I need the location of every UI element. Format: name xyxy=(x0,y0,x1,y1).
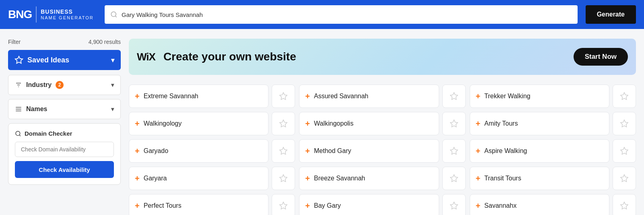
plus-icon: + xyxy=(305,119,310,128)
svg-marker-21 xyxy=(621,93,628,99)
check-availability-button[interactable]: Check Availability xyxy=(15,161,114,178)
filter-header: Filter 4,900 results xyxy=(8,39,121,45)
result-item: +Garyara xyxy=(129,167,295,190)
save-star-button[interactable] xyxy=(613,85,636,108)
results-column-1: +Assured Savannah+Walkingopolis+Method G… xyxy=(299,85,465,215)
plus-icon: + xyxy=(135,147,140,156)
result-item: +Trekker Walking xyxy=(470,85,636,108)
star-outline-icon xyxy=(450,174,458,183)
star-outline-icon xyxy=(450,119,458,128)
star-outline-icon xyxy=(279,92,288,101)
industry-filter[interactable]: Industry 2 ▾ xyxy=(8,75,121,95)
star-outline-icon xyxy=(620,119,629,128)
result-item: +Breeze Savannah xyxy=(299,167,465,190)
name-card[interactable]: +Trekker Walking xyxy=(470,85,609,108)
result-item: +Perfect Tours xyxy=(129,194,295,215)
plus-icon: + xyxy=(135,201,140,211)
business-name: Amity Tours xyxy=(484,120,603,127)
name-card[interactable]: +Transit Tours xyxy=(470,167,609,190)
result-item: +Method Gary xyxy=(299,139,465,163)
business-name: Transit Tours xyxy=(484,175,603,182)
plus-icon: + xyxy=(476,201,481,211)
search-input[interactable] xyxy=(122,11,572,18)
result-item: +Extreme Savannah xyxy=(129,85,295,108)
name-card[interactable]: +Breeze Savannah xyxy=(299,167,439,190)
business-name: Breeze Savannah xyxy=(314,175,433,182)
main-layout: Filter 4,900 results Saved Ideas ▾ Indus… xyxy=(0,29,644,215)
star-outline-icon xyxy=(620,147,629,155)
name-card[interactable]: +Garyado xyxy=(129,139,268,163)
domain-input[interactable] xyxy=(15,142,114,157)
logo-line1: BUSINESS xyxy=(41,9,94,15)
name-card[interactable]: +Bay Gary xyxy=(299,194,439,215)
result-item: +Transit Tours xyxy=(470,167,636,190)
plus-icon: + xyxy=(135,174,140,183)
save-star-button[interactable] xyxy=(613,112,636,135)
star-outline-icon xyxy=(450,92,458,101)
save-star-button[interactable] xyxy=(442,139,466,163)
star-outline-icon xyxy=(620,201,629,210)
save-star-button[interactable] xyxy=(442,85,466,108)
star-icon xyxy=(14,56,23,64)
saved-ideas-label: Saved Ideas xyxy=(27,56,69,64)
name-card[interactable]: +Assured Savannah xyxy=(299,85,439,108)
logo-bng: BNG xyxy=(8,8,32,21)
svg-marker-11 xyxy=(280,93,287,99)
names-filter[interactable]: Names ▾ xyxy=(8,99,121,119)
save-star-button[interactable] xyxy=(442,194,466,215)
plus-icon: + xyxy=(476,119,481,128)
save-star-button[interactable] xyxy=(272,85,295,108)
save-star-button[interactable] xyxy=(442,112,466,135)
save-star-button[interactable] xyxy=(272,139,295,163)
name-card[interactable]: +Aspire Walking xyxy=(470,139,609,163)
save-star-button[interactable] xyxy=(272,194,295,215)
wix-logo: WiX xyxy=(137,51,155,63)
save-star-button[interactable] xyxy=(613,139,636,163)
save-star-button[interactable] xyxy=(272,112,295,135)
save-star-button[interactable] xyxy=(613,194,636,215)
svg-marker-17 xyxy=(450,120,457,127)
search-icon xyxy=(110,11,118,18)
result-item: +Walkingology xyxy=(129,112,295,135)
wix-start-button[interactable]: Start Now xyxy=(574,48,628,66)
svg-marker-22 xyxy=(621,120,628,127)
logo-text: BUSINESS NAME GENERATOR xyxy=(41,9,94,20)
name-card[interactable]: +Garyara xyxy=(129,167,268,190)
generate-button[interactable]: Generate xyxy=(586,5,636,24)
name-card[interactable]: +Extreme Savannah xyxy=(129,85,268,108)
business-name: Bay Gary xyxy=(314,202,433,209)
result-item: +Aspire Walking xyxy=(470,139,636,163)
plus-icon: + xyxy=(305,201,310,211)
business-name: Walkingopolis xyxy=(314,120,433,127)
plus-icon: + xyxy=(305,147,310,156)
svg-marker-25 xyxy=(621,202,628,209)
save-star-button[interactable] xyxy=(613,167,636,190)
results-columns: +Extreme Savannah+Walkingology+Garyado+G… xyxy=(129,85,636,215)
name-card[interactable]: +Method Gary xyxy=(299,139,439,163)
business-name: Perfect Tours xyxy=(144,202,263,209)
business-name: Savannahx xyxy=(484,202,603,209)
star-outline-icon xyxy=(450,147,458,155)
star-outline-icon xyxy=(279,201,288,210)
svg-line-10 xyxy=(19,135,21,136)
plus-icon: + xyxy=(305,92,310,101)
star-outline-icon xyxy=(279,147,288,155)
save-star-button[interactable] xyxy=(272,167,295,190)
svg-marker-14 xyxy=(280,175,287,182)
content-area: WiX Create your own website Start Now +E… xyxy=(129,39,636,215)
plus-icon: + xyxy=(476,147,481,156)
saved-ideas-button[interactable]: Saved Ideas ▾ xyxy=(8,50,121,70)
name-card[interactable]: +Walkingopolis xyxy=(299,112,439,135)
svg-marker-16 xyxy=(450,93,457,99)
results-column-2: +Trekker Walking+Amity Tours+Aspire Walk… xyxy=(470,85,636,215)
svg-marker-24 xyxy=(621,175,628,182)
name-card[interactable]: +Savannahx xyxy=(470,194,609,215)
wix-tagline: Create your own website xyxy=(163,50,566,63)
chevron-down-icon: ▾ xyxy=(111,56,114,64)
svg-marker-12 xyxy=(280,120,287,127)
industry-label: Industry xyxy=(26,81,52,89)
name-card[interactable]: +Amity Tours xyxy=(470,112,609,135)
name-card[interactable]: +Walkingology xyxy=(129,112,268,135)
name-card[interactable]: +Perfect Tours xyxy=(129,194,268,215)
save-star-button[interactable] xyxy=(442,167,466,190)
